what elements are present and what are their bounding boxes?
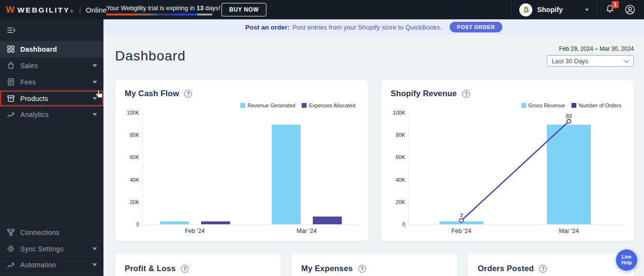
notification-badge: 1 (612, 1, 619, 8)
chart-title: Shopify Revenue (391, 89, 457, 98)
sidebar-item-sales[interactable]: Sales (0, 57, 103, 73)
sidebar-item-sync-settings[interactable]: Sync Settings (0, 240, 103, 257)
brand-name: WEBGILITY (17, 6, 70, 15)
chevron-down-icon (585, 9, 589, 11)
period-dropdown-value: Last 30 Days (552, 58, 588, 65)
x-axis-tick-label: Mar '24 (559, 228, 579, 234)
sidebar-item-label: Automation (20, 261, 87, 269)
trial-progress-bar (106, 14, 212, 15)
sidebar-item-dashboard[interactable]: Dashboard (0, 41, 103, 57)
brand-separator: | (79, 6, 81, 14)
sidebar-secondary-nav: ConnectionsSync SettingsAutomation (0, 224, 103, 273)
y-axis-tick-label: 80K (383, 132, 405, 138)
legend-item: Gross Revenue (521, 102, 565, 108)
help-icon[interactable]: ? (539, 265, 547, 273)
sidebar-item-analytics[interactable]: Analytics (0, 106, 103, 123)
store-name: Shopify (537, 6, 563, 14)
chart-legend: Revenue GeneratedExpenses Allocated (115, 98, 368, 108)
sidebar-collapse-button[interactable] (0, 19, 103, 41)
help-icon[interactable]: ? (184, 90, 192, 98)
chevron-down-icon (92, 247, 97, 250)
line-point-value-label: 83 (566, 113, 571, 119)
orders-posted-card: Orders Posted? (468, 254, 634, 276)
post-order-banner: Post an order: Post entries from your Sh… (103, 19, 644, 35)
y-axis-tick-label: 0 (117, 221, 139, 227)
sidebar-item-fees[interactable]: Fees (0, 73, 103, 90)
webgility-logo-icon: W (6, 4, 15, 15)
post-order-button[interactable]: POST ORDER (450, 22, 502, 32)
chevron-down-icon (92, 97, 97, 100)
sidebar-item-label: Fees (20, 78, 87, 86)
chart-legend: Gross RevenueNumber of Orders (381, 98, 634, 108)
y-axis-tick-label: 60K (383, 154, 405, 160)
chart-title: My Cash Flow (125, 89, 179, 98)
x-axis-tick-label: Mar '24 (297, 228, 317, 234)
chevron-down-icon (92, 81, 97, 84)
y-axis-tick-label: 20K (383, 199, 405, 205)
sidebar-main-nav: DashboardSalesFeesProductsAnalytics (0, 41, 103, 123)
buy-now-button[interactable]: BUY NOW (221, 3, 266, 16)
y-axis-tick-label: 40K (117, 177, 139, 183)
store-selector[interactable]: S Shopify (511, 0, 597, 19)
profile-button[interactable] (622, 4, 644, 15)
help-icon[interactable]: ? (181, 265, 189, 273)
automation-trend-icon (7, 261, 15, 269)
sidebar-item-connections[interactable]: Connections (0, 224, 103, 240)
sidebar-item-label: Sync Settings (20, 245, 87, 253)
sidebar-item-label: Connections (20, 229, 97, 236)
live-help-button[interactable]: Live Help (616, 249, 637, 271)
help-icon[interactable]: ? (358, 265, 366, 273)
sidebar-item-products[interactable]: Products (0, 90, 103, 106)
legend-label: Gross Revenue (528, 102, 565, 108)
my-expenses-card: My Expenses? (292, 254, 457, 276)
chevron-down-icon (92, 263, 97, 266)
bar-revenue-generated (160, 221, 189, 224)
summary-cards-row: Profit & Loss?My Expenses?Orders Posted? (115, 254, 634, 276)
line-point-marker-icon (567, 119, 571, 123)
banner-bold-text: Post an order: (245, 24, 290, 31)
chevron-down-icon (92, 113, 97, 116)
y-axis-tick-label: 40K (383, 177, 405, 183)
date-range-label: Feb 29, 2024 – Mar 30, 2024 (559, 45, 634, 52)
bar-expenses-allocated (201, 221, 230, 224)
receipt-icon (7, 78, 15, 86)
svg-text:S: S (525, 8, 527, 12)
charts-row: My Cash Flow?Revenue GeneratedExpenses A… (115, 80, 634, 241)
card-title: Profit & Loss (125, 264, 176, 273)
top-bar: W WEBGILITY ® | Online Your Webgility tr… (0, 0, 644, 19)
y-axis-tick-label: 80K (117, 132, 139, 138)
y-axis-tick-label: 20K (117, 199, 139, 205)
sidebar-spacer (0, 123, 103, 224)
period-dropdown[interactable]: Last 30 Days (547, 55, 634, 67)
brand-logo: W WEBGILITY ® | Online (0, 4, 103, 15)
bar-revenue-generated (272, 125, 301, 224)
trial-notice: Your Webgility trial is expiring in 13 d… (106, 4, 214, 15)
connections-icon (7, 228, 15, 236)
collapse-menu-icon (6, 26, 16, 35)
chevron-down-icon (92, 64, 97, 67)
banner-text: Post entries from your Shopify store to … (293, 24, 442, 31)
page-title: Dashboard (115, 48, 186, 64)
card-title: Orders Posted (478, 264, 534, 273)
legend-label: Number of Orders (579, 102, 621, 108)
x-axis-tick-label: Feb '24 (185, 228, 205, 234)
card-title: My Expenses (301, 264, 353, 273)
notifications-button[interactable]: 1 (605, 4, 615, 16)
legend-swatch-icon (521, 103, 526, 108)
trial-message: Your Webgility trial is expiring in 13 d… (106, 4, 214, 12)
y-axis-tick-label: 60K (117, 154, 139, 160)
help-icon[interactable]: ? (462, 90, 470, 98)
sidebar-item-automation[interactable]: Automation (0, 257, 103, 273)
sidebar: DashboardSalesFeesProductsAnalytics Conn… (0, 19, 103, 276)
line-point-value-label: 3 (460, 212, 463, 218)
mode-label: Online (86, 6, 106, 14)
legend-swatch-icon (240, 103, 245, 108)
legend-label: Revenue Generated (248, 102, 295, 108)
chart-plot-area: 020K40K60K80K100KFeb '24Mar '24 (143, 113, 361, 225)
main-area: Post an order: Post entries from your Sh… (103, 19, 644, 276)
sidebar-item-label: Products (20, 95, 87, 102)
y-axis-tick-label: 100K (117, 110, 139, 116)
chart-plot-area: 020K40K60K80K100KFeb '24Mar '24383 (409, 113, 627, 225)
sidebar-item-label: Sales (20, 62, 87, 70)
shopify-revenue-card: Shopify Revenue?Gross RevenueNumber of O… (381, 80, 634, 241)
